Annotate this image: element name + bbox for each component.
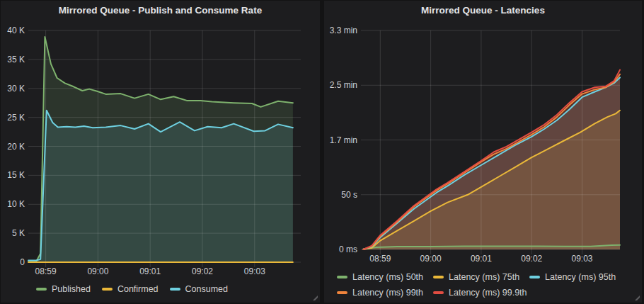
- y-tick-label: 2.5 min: [326, 80, 357, 90]
- legend-item[interactable]: Consumed: [170, 282, 228, 295]
- legend-series-label: Latency (ms) 95th: [545, 272, 616, 282]
- x-tick-label: 09:02: [181, 266, 224, 276]
- x-tick-label: 09:00: [410, 254, 452, 264]
- x-tick-label: 09:03: [234, 266, 276, 276]
- legend-series-label: Latency (ms) 75th: [449, 272, 519, 282]
- y-tick-label: 3.3 min: [326, 26, 357, 35]
- chart-legend: Latency (ms) 50thLatency (ms) 75thLatenc…: [337, 270, 634, 299]
- x-tick-label: 09:01: [460, 254, 502, 264]
- x-tick-label: 09:02: [510, 254, 553, 264]
- publish-consume-rate-chart[interactable]: [28, 30, 301, 262]
- panel-publish-consume-rate: Mirrored Queue - Publish and Consume Rat…: [1, 1, 320, 303]
- legend-series-label: Published: [52, 284, 91, 294]
- grafana-dashboard: Mirrored Queue - Publish and Consume Rat…: [0, 0, 644, 304]
- legend-series-swatch: [433, 291, 444, 294]
- legend-series-label: Latency (ms) 99.9th: [449, 288, 527, 298]
- latencies-chart[interactable]: [361, 30, 620, 249]
- y-tick-label: 10 K: [0, 199, 25, 209]
- y-tick-label: 0 ms: [326, 244, 357, 254]
- legend-series-label: Confirmed: [117, 284, 159, 294]
- panel-latencies: Mirrored Queue - Latencies 3.3 min2.5 mi…: [324, 1, 642, 303]
- y-tick-label: 15 K: [0, 170, 25, 180]
- legend-item[interactable]: Latency (ms) 95th: [529, 270, 616, 283]
- y-tick-label: 20 K: [0, 142, 25, 152]
- legend-series-swatch: [337, 291, 347, 294]
- panel-title[interactable]: Mirrored Queue - Latencies: [324, 1, 642, 21]
- x-tick-label: 08:59: [359, 254, 401, 264]
- legend-series-swatch: [102, 288, 113, 291]
- panel-resize-handle[interactable]: [634, 295, 640, 300]
- legend-item[interactable]: Latency (ms) 50th: [337, 270, 423, 283]
- y-tick-label: 5 K: [0, 228, 25, 238]
- y-tick-label: 0: [0, 257, 25, 267]
- legend-series-swatch: [36, 288, 47, 291]
- legend-series-label: Consumed: [185, 284, 228, 294]
- x-tick-label: 09:03: [561, 254, 604, 264]
- y-tick-label: 1.7 min: [326, 135, 357, 145]
- y-tick-label: 40 K: [0, 26, 25, 35]
- x-tick-label: 09:00: [76, 266, 119, 276]
- x-tick-label: 09:01: [129, 266, 171, 276]
- y-tick-label: 50 s: [326, 190, 357, 200]
- legend-item[interactable]: Published: [36, 282, 91, 295]
- chart-legend: PublishedConfirmedConsumed: [36, 282, 228, 295]
- y-tick-label: 25 K: [0, 113, 25, 123]
- y-tick-label: 30 K: [0, 84, 25, 94]
- legend-series-swatch: [529, 276, 540, 278]
- panel-resize-handle[interactable]: [312, 295, 318, 300]
- legend-item[interactable]: Latency (ms) 99.9th: [433, 286, 527, 299]
- panel-title[interactable]: Mirrored Queue - Publish and Consume Rat…: [1, 1, 320, 21]
- legend-series-label: Latency (ms) 99th: [352, 288, 423, 298]
- legend-series-swatch: [433, 276, 444, 278]
- legend-item[interactable]: Confirmed: [102, 282, 159, 295]
- y-tick-label: 35 K: [0, 55, 25, 64]
- legend-series-swatch: [170, 288, 180, 291]
- legend-item[interactable]: Latency (ms) 75th: [433, 270, 519, 283]
- legend-item[interactable]: Latency (ms) 99th: [337, 286, 423, 299]
- x-tick-label: 08:59: [25, 266, 67, 276]
- legend-series-swatch: [337, 276, 347, 278]
- legend-series-label: Latency (ms) 50th: [352, 272, 423, 282]
